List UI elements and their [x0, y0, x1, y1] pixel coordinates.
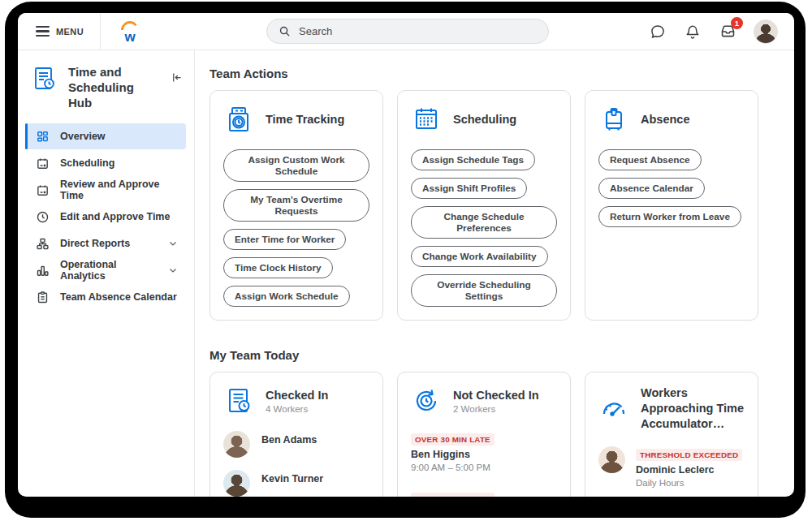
gauge-icon	[598, 394, 629, 422]
worker-count: 2 Workers	[453, 404, 539, 414]
action-absence-calendar[interactable]: Absence Calendar	[598, 178, 705, 199]
sidebar: Time and Scheduling Hub Overview Schedul…	[18, 50, 195, 497]
calendar-grid-icon	[411, 104, 442, 135]
worker-count: 4 Workers	[266, 404, 328, 414]
collapse-icon	[171, 71, 183, 84]
late-worker-entry: OVER 30 MIN LATE Ben Higgins 9:00 AM – 5…	[411, 431, 557, 472]
action-assign-custom-work-schedule[interactable]: Assign Custom Work Schedule	[223, 149, 369, 182]
collapse-sidebar-button[interactable]	[171, 71, 183, 87]
inbox-badge: 1	[731, 17, 743, 29]
worker-name: Ben Adams	[261, 431, 317, 446]
sidebar-item-direct-reports[interactable]: Direct Reports	[25, 230, 186, 256]
topbar-actions: 1	[649, 19, 794, 44]
worker-name: Ben Higgins	[411, 449, 557, 460]
search-icon	[279, 25, 291, 37]
profile-avatar[interactable]	[754, 19, 778, 44]
hub-header: Time and Scheduling Hub	[18, 65, 194, 123]
worker-row: Kevin Turner	[223, 470, 369, 497]
bell-icon	[685, 24, 701, 40]
threshold-badge: THRESHOLD EXCEEDED	[636, 449, 742, 461]
card-title: Scheduling	[453, 112, 516, 127]
sidebar-item-edit-and-approve-time[interactable]: Edit and Approve Time	[25, 204, 186, 230]
card-workers-approaching-accumulator: Workers Approaching Time Accumulator… TH…	[585, 372, 758, 497]
card-title: Time Tracking	[266, 112, 344, 127]
inbox-button[interactable]: 1	[719, 23, 736, 41]
action-my-teams-overtime-requests[interactable]: My Team's Overtime Requests	[223, 189, 369, 222]
app-window: MENU w 1	[18, 13, 794, 497]
card-title: Not Checked In	[453, 388, 539, 403]
chevron-down-icon	[168, 239, 178, 248]
avatar	[223, 431, 250, 458]
avatar	[598, 446, 625, 473]
card-title: Workers Approaching Time Accumulator…	[641, 385, 745, 432]
notifications-button[interactable]	[684, 23, 702, 41]
worker-row: Ben Adams	[223, 431, 369, 458]
menu-label: MENU	[56, 27, 84, 37]
accumulator-type: Daily Hours	[636, 478, 742, 488]
search-input[interactable]	[299, 25, 537, 37]
chat-icon	[650, 24, 666, 40]
document-clock-icon	[31, 65, 58, 93]
action-assign-shift-profiles[interactable]: Assign Shift Profiles	[411, 178, 527, 199]
late-worker-entry: OVER 30 MIN LATE Sunil Patel 9:00 AM – 5…	[411, 490, 557, 497]
action-request-absence[interactable]: Request Absence	[598, 149, 702, 170]
my-team-today-row: Checked In 4 Workers Ben Adams Kevin Tur…	[209, 372, 794, 497]
action-assign-schedule-tags[interactable]: Assign Schedule Tags	[411, 149, 535, 170]
section-heading-my-team-today: My Team Today	[209, 348, 794, 362]
late-badge: OVER 30 MIN LATE	[411, 493, 495, 497]
section-heading-team-actions: Team Actions	[209, 67, 794, 80]
avatar	[223, 470, 250, 497]
card-checked-in: Checked In 4 Workers Ben Adams Kevin Tur…	[209, 372, 383, 497]
card-not-checked-in: Not Checked In 2 Workers OVER 30 MIN LAT…	[397, 372, 571, 497]
hub-title: Time and Scheduling Hub	[68, 65, 161, 110]
topbar: MENU w 1	[18, 13, 794, 50]
sidebar-item-operational-analytics[interactable]: Operational Analytics	[25, 257, 186, 283]
card-scheduling: Scheduling Assign Schedule Tags Assign S…	[397, 90, 571, 321]
sidebar-item-review-and-approve-time[interactable]: Review and Approve Time	[25, 177, 186, 203]
action-change-work-availability[interactable]: Change Work Availability	[411, 246, 548, 267]
action-return-worker-from-leave[interactable]: Return Worker from Leave	[598, 206, 741, 227]
action-time-clock-history[interactable]: Time Clock History	[223, 257, 333, 278]
grid-icon	[36, 130, 50, 144]
hamburger-icon	[36, 24, 50, 39]
card-time-tracking: Time Tracking Assign Custom Work Schedul…	[209, 90, 383, 321]
clock-icon	[36, 210, 50, 224]
calendar-icon	[36, 157, 50, 170]
workday-logo-icon: w	[119, 20, 141, 43]
sidebar-item-scheduling[interactable]: Scheduling	[25, 150, 186, 176]
org-chart-icon	[36, 237, 50, 251]
card-absence: Absence Request Absence Absence Calendar…	[585, 90, 758, 321]
bar-chart-icon	[36, 264, 50, 278]
chat-button[interactable]	[649, 23, 667, 41]
late-badge: OVER 30 MIN LATE	[411, 433, 495, 446]
worker-name: Dominic Leclerc	[636, 464, 742, 476]
action-enter-time-for-worker[interactable]: Enter Time for Worker	[223, 229, 346, 250]
clock-history-icon	[411, 385, 442, 416]
document-clock-icon	[223, 385, 254, 416]
calendar-icon	[36, 183, 50, 197]
action-change-schedule-preferences[interactable]: Change Schedule Preferences	[411, 206, 557, 239]
card-title: Checked In	[266, 388, 328, 403]
card-title: Absence	[641, 112, 689, 127]
workday-logo[interactable]: w	[101, 20, 141, 43]
search-container	[266, 19, 549, 44]
sidebar-item-overview[interactable]: Overview	[25, 123, 186, 149]
team-actions-row: Time Tracking Assign Custom Work Schedul…	[209, 90, 794, 321]
chevron-down-icon	[168, 265, 178, 275]
sidebar-item-team-absence-calendar[interactable]: Team Absence Calendar	[25, 284, 186, 310]
suitcase-icon	[598, 104, 629, 135]
menu-button[interactable]: MENU	[18, 13, 100, 50]
shift-time: 9:00 AM – 5:00 PM	[411, 463, 557, 472]
action-assign-work-schedule[interactable]: Assign Work Schedule	[223, 286, 350, 307]
punch-clock-icon	[223, 104, 254, 135]
action-override-scheduling-settings[interactable]: Override Scheduling Settings	[411, 274, 557, 307]
main-content: Team Actions Time Tracking Assign Custom…	[195, 50, 794, 497]
threshold-entry: THRESHOLD EXCEEDED Dominic Leclerc Daily…	[598, 446, 745, 488]
clipboard-icon	[36, 291, 50, 304]
worker-name: Kevin Turner	[261, 470, 323, 484]
